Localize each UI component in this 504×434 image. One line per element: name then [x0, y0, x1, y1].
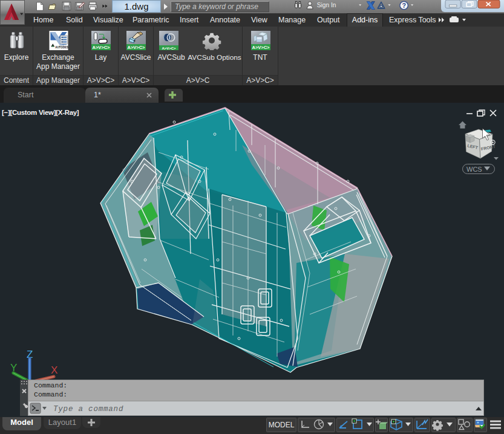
svg-text:WCS: WCS [466, 166, 482, 173]
svg-text:Sign In: Sign In [317, 2, 336, 8]
svg-text:AUTODESK: AUTODESK [55, 46, 68, 49]
svg-text:X: X [51, 364, 57, 376]
svg-text:A>V>C>: A>V>C> [162, 47, 176, 50]
svg-text:A>V>C>: A>V>C> [252, 45, 270, 50]
svg-text:A>V>C>: A>V>C> [128, 45, 146, 50]
svg-text:MODEL: MODEL [269, 421, 295, 429]
svg-text:Type a command: Type a command [53, 405, 123, 413]
svg-text:A>V>C>: A>V>C> [93, 45, 111, 50]
svg-text:?: ? [402, 2, 406, 9]
